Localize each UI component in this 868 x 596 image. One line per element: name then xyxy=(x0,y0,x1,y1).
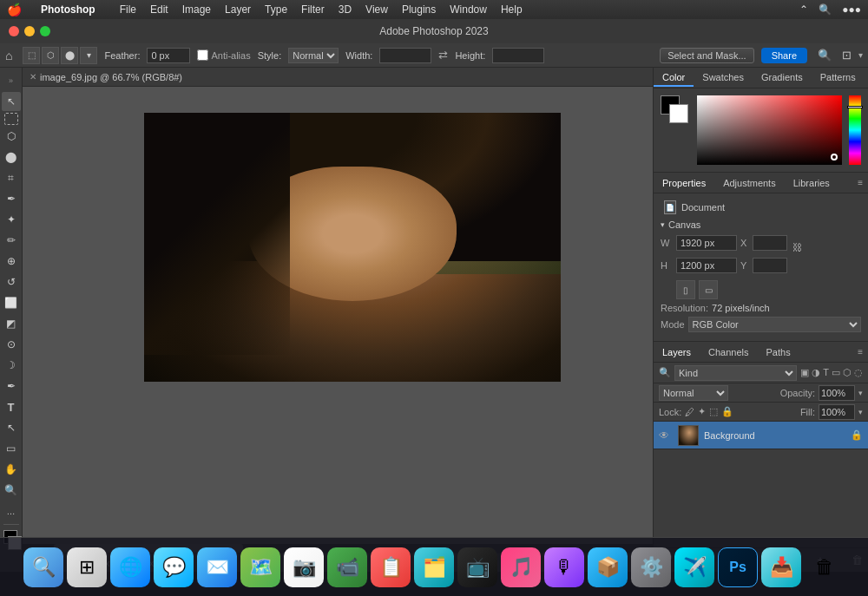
pen-tool[interactable]: ✒ xyxy=(2,377,21,396)
image-canvas[interactable] xyxy=(144,113,561,382)
tab-channels[interactable]: Channels xyxy=(700,344,757,360)
spotlight-icon[interactable]: 🔍 xyxy=(819,3,832,16)
tab-properties[interactable]: Properties xyxy=(654,175,714,191)
menu-window[interactable]: Window xyxy=(444,3,492,16)
layers-kind-select[interactable]: Kind xyxy=(674,365,797,381)
layers-panel-menu[interactable]: ≡ xyxy=(852,347,868,357)
share-button[interactable]: Share xyxy=(761,48,807,63)
dock-photos[interactable]: 📷 xyxy=(284,547,324,587)
dock-trash[interactable]: 🗑 xyxy=(805,547,845,587)
height-input[interactable] xyxy=(492,48,544,63)
menu-view[interactable]: View xyxy=(360,3,393,16)
layer-visibility-toggle[interactable]: 👁 xyxy=(659,429,673,442)
lock-artboard-icon[interactable]: ⬚ xyxy=(709,406,718,417)
apple-menu[interactable]: 🍎 xyxy=(7,3,22,16)
dock-download[interactable]: 📥 xyxy=(761,547,801,587)
layer-background[interactable]: 👁 Background 🔒 xyxy=(654,422,868,449)
landscape-orientation-btn[interactable]: ▭ xyxy=(699,280,718,299)
canvas-y-input[interactable] xyxy=(753,258,787,273)
menu-edit[interactable]: Edit xyxy=(145,3,174,16)
rectangular-marquee-tool-btn[interactable]: ⬚ xyxy=(23,47,40,64)
dock-appletv[interactable]: 📺 xyxy=(457,547,497,587)
tab-adjustments[interactable]: Adjustments xyxy=(714,175,785,191)
canvas-tab[interactable]: ✕ image_69.jpg @ 66.7% (RGB/8#) xyxy=(30,72,182,82)
search-icon[interactable]: 🔍 xyxy=(818,49,832,62)
more-tools[interactable]: … xyxy=(2,501,21,521)
tab-patterns[interactable]: Patterns xyxy=(812,69,865,87)
crop-tool[interactable]: ⌗ xyxy=(2,168,21,187)
canvas-section-header[interactable]: ▾ Canvas xyxy=(661,219,861,230)
dock-systemprefs[interactable]: ⚙️ xyxy=(631,547,671,587)
dock-files[interactable]: 🗂️ xyxy=(414,547,454,587)
feather-input[interactable] xyxy=(147,48,190,63)
history-brush-tool[interactable]: ↺ xyxy=(2,272,21,291)
blend-mode-select[interactable]: Normal xyxy=(659,385,728,401)
dock-launchpad[interactable]: ⊞ xyxy=(67,547,107,587)
anti-alias-checkbox[interactable] xyxy=(197,49,208,61)
collapse-arrows[interactable]: » xyxy=(2,71,21,90)
lock-all-icon[interactable]: 🔒 xyxy=(721,406,733,417)
properties-panel-menu[interactable]: ≡ xyxy=(852,178,868,187)
canvas-x-input[interactable] xyxy=(753,235,787,251)
mode-select[interactable]: RGB Color xyxy=(688,317,861,332)
panel-layout-icon[interactable]: ⊡ xyxy=(842,49,852,62)
brush-tool[interactable]: ✏ xyxy=(2,231,21,250)
dock-mail[interactable]: ✉️ xyxy=(197,547,237,587)
tab-gradients[interactable]: Gradients xyxy=(753,69,812,87)
opacity-input[interactable] xyxy=(819,385,855,401)
spot-healing-brush[interactable]: ✦ xyxy=(2,210,21,229)
zoom-tool[interactable]: 🔍 xyxy=(2,481,21,500)
canvas-width-input[interactable] xyxy=(676,235,737,251)
lock-position-icon[interactable]: ✦ xyxy=(698,406,706,417)
gradient-tool[interactable]: ◩ xyxy=(2,314,21,333)
quick-select-tool[interactable]: ⬤ xyxy=(2,147,21,167)
opacity-arrow[interactable]: ▾ xyxy=(858,389,863,397)
fill-input[interactable] xyxy=(819,404,855,420)
eyedropper-tool[interactable]: ✒ xyxy=(2,189,21,208)
dock-maps[interactable]: 🗺️ xyxy=(240,547,280,587)
filter-shape-icon[interactable]: ▭ xyxy=(832,367,840,378)
dock-messages[interactable]: 💬 xyxy=(154,547,194,587)
tab-color[interactable]: Color xyxy=(654,69,694,87)
dock-safari[interactable]: 🌐 xyxy=(110,547,150,587)
tab-close-btn[interactable]: ✕ xyxy=(30,72,36,82)
filter-adjust-icon[interactable]: ◑ xyxy=(812,367,820,378)
menu-help[interactable]: Help xyxy=(496,3,528,16)
dock-finder[interactable]: 🔍 xyxy=(23,547,63,587)
magic-wand-tool-btn[interactable]: ⬤ xyxy=(61,47,78,64)
hue-slider[interactable] xyxy=(849,95,861,165)
tab-libraries[interactable]: Libraries xyxy=(785,175,838,191)
bg-color-swatch[interactable] xyxy=(669,104,688,123)
panel-layout-arrow[interactable]: ▾ xyxy=(858,50,863,60)
style-select[interactable]: Normal xyxy=(288,48,339,63)
color-picker-marker[interactable] xyxy=(831,154,838,160)
lock-pixels-icon[interactable]: 🖊 xyxy=(685,407,694,417)
home-button[interactable]: ⌂ xyxy=(5,49,12,62)
color-gradient-picker[interactable] xyxy=(697,95,842,165)
filter-type-icon[interactable]: T xyxy=(823,367,829,378)
dock-music[interactable]: 🎵 xyxy=(501,547,541,587)
eraser-tool[interactable]: ⬜ xyxy=(2,293,21,312)
dock-reminders[interactable]: 📋 xyxy=(371,547,411,587)
menu-plugins[interactable]: Plugins xyxy=(397,3,441,16)
filter-toggle[interactable]: ◌ xyxy=(854,367,863,378)
dock-appstore[interactable]: 📦 xyxy=(588,547,628,587)
options-arrow[interactable]: ▾ xyxy=(80,47,97,64)
dock-testflight[interactable]: ✈️ xyxy=(674,547,714,587)
rectangular-marquee[interactable] xyxy=(4,113,18,125)
filter-smart-icon[interactable]: ⬡ xyxy=(843,367,852,378)
tab-layers[interactable]: Layers xyxy=(654,344,700,360)
shape-tool[interactable]: ▭ xyxy=(2,439,21,458)
width-input[interactable] xyxy=(379,48,431,63)
lasso-tool[interactable]: ⬡ xyxy=(2,127,21,146)
select-mask-button[interactable]: Select and Mask... xyxy=(660,48,754,63)
menu-file[interactable]: File xyxy=(115,3,141,16)
menu-type[interactable]: Type xyxy=(260,3,293,16)
color-swatch-pair[interactable] xyxy=(661,95,690,125)
lasso-tool-btn[interactable]: ⬡ xyxy=(42,47,59,64)
minimize-button[interactable] xyxy=(24,26,35,36)
menu-3d[interactable]: 3D xyxy=(333,3,357,16)
type-tool[interactable]: T xyxy=(2,397,21,416)
blur-tool[interactable]: ⊙ xyxy=(2,335,21,354)
portrait-orientation-btn[interactable]: ▯ xyxy=(676,280,695,299)
